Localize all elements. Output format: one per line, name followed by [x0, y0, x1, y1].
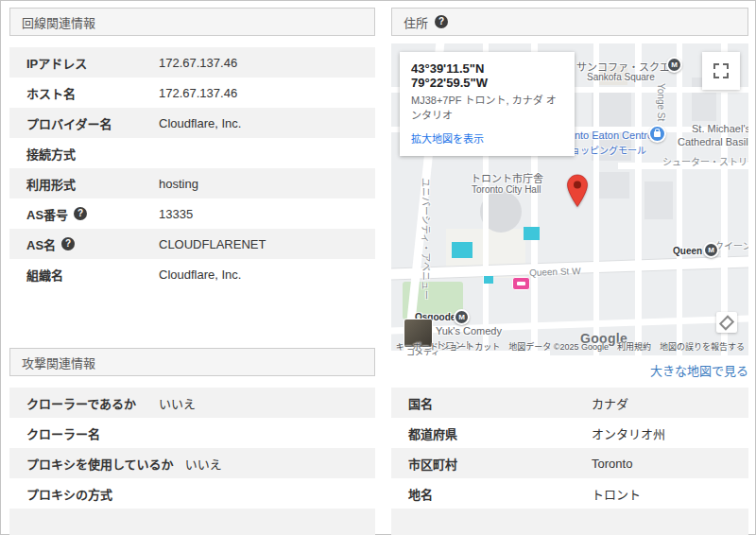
attack-info-table: クローラーであるかいいえクローラー名プロキシを使用しているかいいえプロキシの方式 — [9, 388, 375, 535]
table-row-clipped — [391, 509, 748, 535]
table-row: クローラー名 — [9, 418, 375, 448]
table-row: 都道府県オンタリオ州 — [391, 418, 748, 448]
table-row: 利用形式hosting — [9, 168, 375, 198]
row-label: プロキシの方式 — [9, 485, 159, 503]
row-label: プロバイダー名 — [9, 114, 159, 132]
address-table: 国名カナダ都道府県オンタリオ州市区町村Toronto地名トロント — [391, 388, 748, 535]
table-row: 地名トロント — [391, 478, 748, 509]
row-value: Toronto — [592, 457, 632, 471]
enlarge-map-link[interactable]: 拡大地図を表示 — [411, 130, 484, 146]
row-label: クローラーであるか — [9, 394, 159, 412]
row-label: IPアドレス — [9, 54, 159, 72]
row-label: 都道府県 — [391, 424, 592, 442]
row-value: Cloudflare, Inc. — [159, 268, 241, 282]
table-row: ホスト名172.67.137.46 — [9, 78, 375, 108]
queen-station-icon[interactable]: M — [703, 242, 719, 258]
row-label: AS名? — [9, 235, 159, 253]
row-value: トロント — [592, 485, 641, 503]
row-label: 地名 — [391, 485, 592, 503]
road-vertical — [593, 43, 599, 355]
row-value: オンタリオ州 — [592, 424, 665, 442]
terms-link[interactable]: 利用規約 — [617, 340, 651, 353]
shopping-icon[interactable] — [648, 125, 666, 143]
keyboard-shortcuts-link[interactable]: キーボード ショートカット — [396, 340, 501, 353]
panel-title-address: 住所 — [404, 13, 428, 31]
reflecting-pool — [452, 242, 472, 258]
fullscreen-button[interactable] — [702, 52, 740, 90]
network-info-table: IPアドレス172.67.137.46ホスト名172.67.137.46プロバイ… — [9, 47, 375, 289]
row-label: クローラー名 — [9, 424, 159, 442]
table-row: プロバイダー名Cloudflare, Inc. — [9, 108, 375, 138]
map-pin[interactable] — [566, 174, 589, 208]
coordinates-text: 43°39'11.5"N 79°22'59.5"W — [411, 61, 563, 90]
label-queen-st-right: クイーン — [714, 238, 748, 252]
station-icon[interactable]: M — [666, 57, 682, 73]
page: 回線関連情報 IPアドレス172.67.137.46ホスト名172.67.137… — [0, 0, 756, 535]
map-attribution: キーボード ショートカット 地図データ ©2025 Google 利用規約 地図… — [396, 340, 745, 353]
panel-header-network: 回線関連情報 — [9, 8, 375, 36]
road-vertical — [677, 43, 682, 355]
panel-title-network: 回線関連情報 — [22, 13, 95, 31]
row-value: hosting — [159, 177, 198, 191]
building-block — [644, 181, 673, 219]
table-row: プロキシの方式 — [9, 478, 375, 509]
row-label: 利用形式 — [9, 175, 159, 193]
table-row: プロキシを使用しているかいいえ — [9, 448, 375, 478]
panel-header-attack: 攻撃関連情報 — [9, 348, 375, 376]
row-label: ホスト名 — [9, 84, 159, 102]
view-larger-map-link[interactable]: 大きな地図で見る — [650, 364, 748, 378]
row-value: Cloudflare, Inc. — [159, 116, 241, 130]
osgoode-station-icon[interactable]: M — [454, 309, 470, 325]
row-label: AS番号? — [9, 205, 159, 223]
help-icon[interactable]: ? — [61, 237, 75, 250]
building-block — [595, 172, 629, 198]
label-sankofa-square-ja: サンコファ・スクエア — [576, 59, 680, 74]
google-map-embed[interactable]: サンコファ・スクエアSankofa SquareSt. Michael'sCat… — [391, 43, 748, 355]
pool-feature — [524, 227, 540, 240]
road-yonge-st — [635, 43, 642, 355]
tilt-icon — [719, 315, 734, 330]
row-value: 172.67.137.46 — [159, 56, 237, 70]
row-value: いいえ — [185, 455, 222, 473]
pool-feature — [484, 276, 493, 284]
left-column: 回線関連情報 IPアドレス172.67.137.46ホスト名172.67.137… — [9, 8, 375, 535]
help-icon[interactable]: ? — [435, 15, 448, 28]
row-value: 13335 — [159, 207, 193, 221]
table-row: 接続方式 — [9, 138, 375, 168]
right-column: 住所 ? — [391, 8, 748, 535]
row-label: 市区町村 — [391, 455, 592, 473]
row-value: 172.67.137.46 — [159, 86, 237, 100]
table-row: 組織名Cloudflare, Inc. — [9, 259, 375, 289]
road-queen-st-w — [391, 256, 748, 280]
table-row: 国名カナダ — [391, 388, 748, 418]
panel-header-address: 住所 ? — [391, 8, 748, 36]
row-value: CLOUDFLARENET — [159, 237, 266, 251]
map-info-card: 43°39'11.5"N 79°22'59.5"W MJ38+7PF トロント,… — [400, 52, 575, 156]
label-cathedral-basilica: Cathedral Basilica — [678, 136, 748, 147]
plus-code-address: MJ38+7PF トロント, カナダ オンタリオ — [411, 94, 563, 124]
streetcar-badge[interactable] — [512, 277, 530, 290]
report-map-error-link[interactable]: 地図の誤りを報告する — [660, 340, 745, 353]
row-label: プロキシを使用しているか — [9, 455, 185, 473]
table-row: 市区町村Toronto — [391, 448, 748, 478]
row-label: 接続方式 — [9, 145, 159, 163]
panel-title-attack: 攻撃関連情報 — [22, 354, 95, 371]
big-map-link-row: 大きな地図で見る — [391, 361, 748, 376]
help-icon[interactable]: ? — [74, 207, 87, 220]
row-value: カナダ — [592, 394, 628, 412]
table-row-clipped — [9, 509, 375, 535]
road-church-st — [721, 43, 728, 355]
fullscreen-icon — [713, 63, 729, 78]
table-row: AS番号?13335 — [9, 198, 375, 229]
row-label: 組織名 — [9, 266, 159, 284]
map-data-copyright: 地図データ ©2025 Google — [508, 340, 609, 353]
row-label: 国名 — [391, 394, 592, 412]
table-row: クローラーであるかいいえ — [9, 388, 375, 418]
tilt-control-button[interactable] — [716, 312, 737, 333]
table-row: AS名?CLOUDFLARENET — [9, 229, 375, 259]
sankofa-square-block — [597, 66, 627, 85]
row-value: いいえ — [159, 394, 196, 412]
table-row: IPアドレス172.67.137.46 — [9, 47, 375, 78]
